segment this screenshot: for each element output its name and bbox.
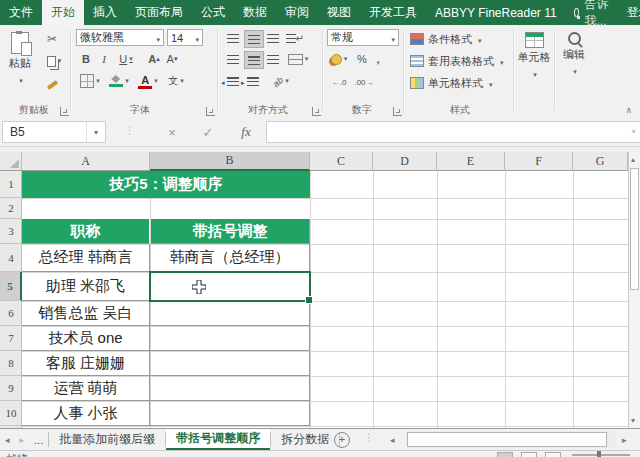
align-dialog-launcher[interactable] [312,107,321,116]
paste-button[interactable]: 粘贴 [2,28,38,102]
name-box[interactable]: B5 ▾ [2,121,106,143]
formula-input[interactable] [266,121,640,143]
align-middle-button[interactable] [244,30,264,48]
row-header-8[interactable]: 8 [0,351,22,376]
conditional-formatting-button[interactable]: 条件格式 [410,30,482,48]
accounting-format-button[interactable] [328,51,350,67]
decrease-indent-button[interactable]: ◂ [224,73,242,89]
tell-me[interactable]: 告诉我... [566,0,618,25]
cell-a4[interactable]: 总经理 韩商言 [22,244,150,272]
cell-a1-title[interactable]: 技巧5：调整顺序 [22,171,310,198]
cell-b10[interactable] [150,401,310,426]
horizontal-scrollbar[interactable] [406,431,616,448]
font-size-combo[interactable]: 14 [167,29,203,46]
page-break-view-button[interactable] [545,452,561,457]
merge-center-button[interactable] [286,51,310,67]
scroll-up-icon[interactable]: ▴ [631,155,635,164]
comma-style-button[interactable]: , [372,51,384,67]
sheet-nav-prev-icon[interactable]: ◂ [0,429,15,450]
tab-page-layout[interactable]: 页面布局 [126,0,192,25]
cell-b6[interactable] [150,301,310,326]
column-header-g[interactable]: G [573,152,628,171]
sheet-nav-more[interactable]: ... [29,429,48,450]
zoom-slider-thumb[interactable] [597,451,601,457]
cell-a7[interactable]: 技术员 one [22,326,150,351]
align-bottom-button[interactable] [264,30,282,46]
decrease-decimal-button[interactable] [352,73,376,89]
hscroll-right-icon[interactable]: ▸ [622,429,627,450]
normal-view-button[interactable] [497,452,513,457]
percent-style-button[interactable]: % [354,51,370,67]
row-header-1[interactable]: 1 [0,171,22,198]
font-color-button[interactable]: A [136,73,160,89]
tab-formulas[interactable]: 公式 [192,0,234,25]
underline-button[interactable]: U [114,51,138,67]
phonetic-guide-button[interactable] [164,73,188,89]
cut-button[interactable] [42,31,62,47]
shrink-font-button[interactable]: A▾ [164,51,180,67]
new-sheet-button[interactable]: + [334,432,350,448]
tab-data[interactable]: 数据 [234,0,276,25]
cell-a8[interactable]: 客服 庄姗姗 [22,351,150,376]
font-dialog-launcher[interactable] [206,107,215,116]
cell-styles-button[interactable]: 单元格样式 [410,74,493,92]
fill-handle[interactable] [305,296,313,304]
cell-a9[interactable]: 运营 萌萌 [22,376,150,401]
cell-a10[interactable]: 人事 小张 [22,401,150,426]
cell-b4[interactable]: 韩商言（总经理） [150,244,310,272]
align-left-button[interactable] [224,51,242,67]
orientation-button[interactable] [268,73,294,89]
number-dialog-launcher[interactable] [393,107,402,116]
name-box-caret-icon[interactable]: ▾ [86,122,105,142]
horizontal-scroll-thumb[interactable] [407,432,607,447]
row-header-10[interactable]: 10 [0,401,22,426]
align-center-button[interactable] [244,51,264,69]
tab-view[interactable]: 视图 [318,0,360,25]
page-layout-view-button[interactable] [521,452,537,457]
cancel-button[interactable]: × [156,121,188,143]
cells-button[interactable]: 单元格 [516,28,552,102]
tab-developer[interactable]: 开发工具 [360,0,426,25]
row-header-5[interactable]: 5 [0,272,22,301]
tab-home[interactable]: 开始 [42,0,84,25]
hscroll-left-icon[interactable]: ◂ [390,429,395,450]
column-header-f[interactable]: F [505,152,573,171]
column-header-e[interactable]: E [437,152,505,171]
insert-function-button[interactable]: fx [230,121,262,143]
formula-expand-icon[interactable]: ˅ [631,127,636,136]
increase-decimal-button[interactable] [328,73,350,89]
sheet-grid[interactable]: 技巧5：调整顺序 职称 带括号调整 总经理 韩商言 助理 米邵飞 销售总监 吴白… [22,171,628,428]
zoom-slider[interactable] [572,454,630,456]
copy-button[interactable] [42,53,66,69]
editing-button[interactable]: 编辑 [556,28,592,102]
select-all-corner[interactable] [0,152,22,171]
column-header-d[interactable]: D [373,152,437,171]
font-name-combo[interactable]: 微软雅黑 [76,29,164,46]
vertical-scroll-thumb[interactable] [630,168,639,290]
cell-b3-header[interactable]: 带括号调整 [151,219,310,244]
row-header-7[interactable]: 7 [0,326,22,351]
row-header-9[interactable]: 9 [0,376,22,401]
tab-review[interactable]: 审阅 [276,0,318,25]
scroll-down-icon[interactable]: ▾ [631,416,635,425]
align-right-button[interactable] [264,51,282,67]
column-header-a[interactable]: A [22,152,150,171]
increase-indent-button[interactable]: ▸ [244,73,262,89]
cell-b9[interactable] [150,376,310,401]
row-header-6[interactable]: 6 [0,301,22,326]
cell-a5[interactable]: 助理 米邵飞 [22,272,150,301]
clipboard-dialog-launcher[interactable] [60,107,69,116]
tab-abbyy[interactable]: ABBYY FineReader 11 [426,0,566,25]
column-header-b[interactable]: B [150,152,310,171]
cell-a6[interactable]: 销售总监 吴白 [22,301,150,326]
column-header-c[interactable]: C [310,152,373,171]
sheet-tab-batch-prefix[interactable]: 批量添加前缀后缀 [49,429,165,450]
bold-button[interactable]: B [78,51,94,67]
borders-button[interactable] [78,73,102,89]
sign-in-button[interactable]: 登录 [618,0,640,25]
number-format-combo[interactable]: 常规 [327,29,399,46]
collapse-ribbon-icon[interactable]: ∧ [625,105,632,115]
vertical-scrollbar[interactable]: ▴ ▾ [628,152,640,428]
fill-color-button[interactable] [106,73,132,89]
wrap-text-button[interactable] [286,30,304,46]
